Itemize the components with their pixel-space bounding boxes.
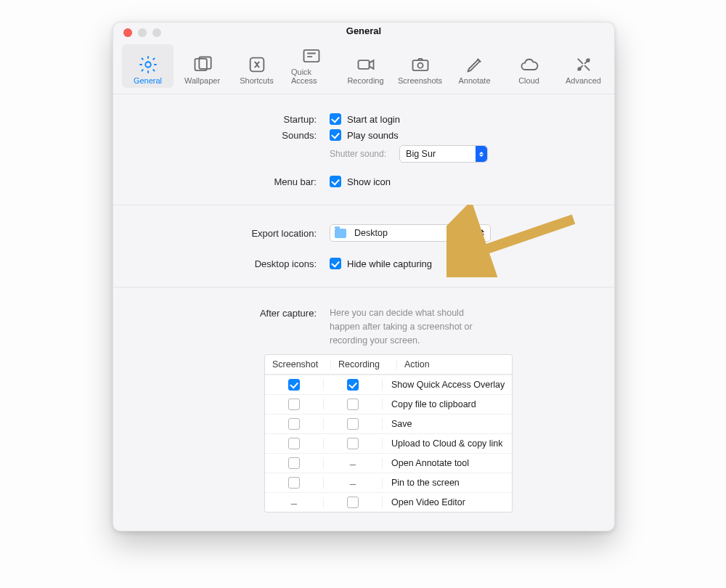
col-screenshot: Screenshot <box>265 359 331 369</box>
checkbox-off[interactable] <box>347 497 359 508</box>
menubar-label: Menu bar: <box>135 176 330 187</box>
checkbox-off[interactable] <box>288 457 300 469</box>
cloud-icon <box>519 56 539 73</box>
general-pane: Startup: Start at login Sounds: Play sou… <box>113 94 614 531</box>
tab-label: Quick Access <box>291 68 331 85</box>
desktop-icons-label: Desktop icons: <box>135 258 330 269</box>
sounds-label: Sounds: <box>135 130 330 141</box>
checkbox-off[interactable] <box>347 438 359 449</box>
checkbox-on[interactable] <box>288 379 300 391</box>
table-header: Screenshot Recording Action <box>265 355 512 375</box>
titlebar: General <box>113 23 614 40</box>
section-export: Export location: Desktop Desktop icons: <box>113 205 614 287</box>
screenshots-icon <box>410 56 431 73</box>
start-at-login-label: Start at login <box>347 114 400 125</box>
tab-label: Annotate <box>458 76 490 85</box>
cell-screenshot <box>265 399 324 410</box>
cell-action: Open Video Editor <box>383 497 512 507</box>
checkbox-on[interactable] <box>347 379 359 391</box>
tab-recording[interactable]: Recording <box>340 44 391 88</box>
checkbox-off[interactable] <box>288 438 300 449</box>
show-icon-option[interactable]: Show icon <box>330 176 391 187</box>
general-icon <box>138 56 158 73</box>
play-sounds-checkbox[interactable] <box>330 129 341 141</box>
tab-label: Advanced <box>566 76 601 85</box>
dash-icon: – <box>350 458 356 469</box>
tab-general[interactable]: General <box>122 44 174 88</box>
chevrons-icon <box>476 146 487 162</box>
col-recording: Recording <box>331 359 397 369</box>
cell-screenshot: – <box>265 497 324 508</box>
cell-recording <box>324 438 383 449</box>
svg-point-0 <box>145 62 150 67</box>
cell-recording: – <box>324 458 383 469</box>
section-startup-sounds: Startup: Start at login Sounds: Play sou… <box>113 94 614 205</box>
show-icon-checkbox[interactable] <box>330 176 341 187</box>
dash-icon: – <box>350 478 356 489</box>
checkbox-off[interactable] <box>288 418 300 430</box>
tab-screenshots[interactable]: Screenshots <box>394 44 446 88</box>
dash-icon: – <box>291 497 297 508</box>
hide-while-capturing-checkbox[interactable] <box>330 258 341 269</box>
tab-wallpaper[interactable]: Wallpaper <box>176 44 228 88</box>
cell-action: Save <box>383 419 512 429</box>
export-location-select[interactable]: Desktop <box>330 224 491 242</box>
start-at-login-option[interactable]: Start at login <box>330 113 400 125</box>
svg-rect-5 <box>358 60 369 69</box>
after-capture-label: After capture: <box>135 306 330 319</box>
tab-quickaccess[interactable]: Quick Access <box>285 44 337 88</box>
col-action: Action <box>397 359 512 369</box>
hide-while-capturing-option[interactable]: Hide while capturing <box>330 258 432 269</box>
hide-while-capturing-label: Hide while capturing <box>347 258 432 269</box>
shutter-sound-select[interactable]: Big Sur <box>399 145 488 163</box>
cell-recording <box>324 379 383 391</box>
checkbox-off[interactable] <box>347 418 359 430</box>
cell-action: Pin to the screen <box>383 478 512 488</box>
play-sounds-option[interactable]: Play sounds <box>330 129 399 141</box>
table-row: –Pin to the screen <box>265 473 512 492</box>
tab-label: Wallpaper <box>184 76 220 85</box>
tab-shortcuts[interactable]: Shortcuts <box>231 44 282 88</box>
shortcuts-icon <box>247 56 267 73</box>
cell-action: Show Quick Access Overlay <box>383 380 512 390</box>
cell-screenshot <box>265 477 324 489</box>
section-after-capture: After capture: Here you can decide what … <box>113 287 614 526</box>
checkbox-off[interactable] <box>288 399 300 410</box>
svg-point-7 <box>417 63 423 68</box>
tab-label: Shortcuts <box>240 76 273 85</box>
shutter-sound-label: Shutter sound: <box>330 149 386 159</box>
after-capture-table: Screenshot Recording Action Show Quick A… <box>264 354 513 513</box>
tab-label: General <box>134 76 162 85</box>
checkbox-off[interactable] <box>347 399 359 410</box>
cell-recording <box>324 399 383 410</box>
checkbox-off[interactable] <box>288 477 300 489</box>
table-row: Save <box>265 414 512 433</box>
tab-label: Recording <box>347 76 383 85</box>
tab-advanced[interactable]: Advanced <box>558 44 609 88</box>
quickaccess-icon <box>301 47 322 65</box>
tab-cloud[interactable]: Cloud <box>503 44 555 88</box>
after-capture-hint: Here you can decide what should happen a… <box>330 306 475 347</box>
startup-label: Startup: <box>135 114 330 125</box>
cell-action: Copy file to clipboard <box>383 399 512 409</box>
cell-screenshot <box>265 418 324 430</box>
cell-screenshot <box>265 438 324 449</box>
preferences-window: General GeneralWallpaperShortcutsQuick A… <box>113 22 615 531</box>
chevrons-icon <box>477 225 487 241</box>
tab-about[interactable]: About <box>612 44 615 88</box>
tab-annotate[interactable]: Annotate <box>449 44 500 88</box>
table-row: –Open Video Editor <box>265 492 512 512</box>
recording-icon <box>356 56 376 73</box>
start-at-login-checkbox[interactable] <box>330 113 341 125</box>
table-row: Copy file to clipboard <box>265 394 512 414</box>
table-row: Show Quick Access Overlay <box>265 375 512 394</box>
cell-action: Open Annotate tool <box>383 458 512 468</box>
svg-rect-6 <box>412 60 428 70</box>
table-row: Upload to Cloud & copy link <box>265 433 512 453</box>
folder-icon <box>335 229 346 238</box>
play-sounds-label: Play sounds <box>347 130 399 141</box>
show-icon-label: Show icon <box>347 176 391 187</box>
advanced-icon <box>574 56 594 73</box>
cell-recording: – <box>324 478 383 489</box>
shutter-sound-value: Big Sur <box>400 149 443 159</box>
